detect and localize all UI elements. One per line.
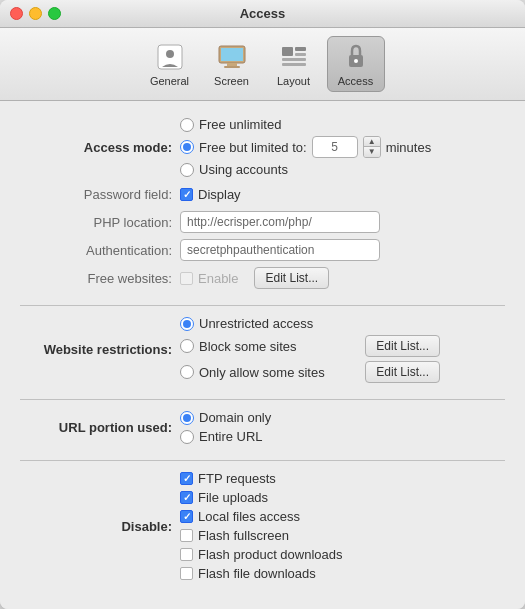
radio-block-some-label: Block some sites (199, 339, 297, 354)
php-location-label: PHP location: (20, 215, 180, 230)
svg-rect-7 (295, 47, 306, 51)
radio-free-limited[interactable] (180, 140, 194, 154)
url-portion-label: URL portion used: (20, 420, 180, 435)
password-field-content: Display (180, 187, 505, 202)
radio-using-accounts[interactable] (180, 163, 194, 177)
radio-only-allow-label: Only allow some sites (199, 365, 325, 380)
title-bar: Access (0, 0, 525, 28)
minutes-label: minutes (386, 140, 432, 155)
svg-rect-8 (295, 53, 306, 56)
minutes-stepper: ▲ ▼ (363, 136, 381, 158)
radio-domain-only[interactable] (180, 411, 194, 425)
radio-block-some[interactable] (180, 339, 194, 353)
authentication-label: Authentication: (20, 243, 180, 258)
password-checkbox-row: Display (180, 187, 241, 202)
toolbar: General Screen (0, 28, 525, 101)
toolbar-item-screen[interactable]: Screen (203, 36, 261, 92)
svg-rect-6 (282, 47, 293, 56)
free-websites-checkbox[interactable] (180, 272, 193, 285)
toolbar-item-layout[interactable]: Layout (265, 36, 323, 92)
disable-item-label: File uploads (198, 490, 268, 505)
minutes-input[interactable] (312, 136, 358, 158)
password-field-row: Password field: Display (20, 183, 505, 205)
divider-2 (20, 399, 505, 400)
disable-item-label: Flash product downloads (198, 547, 343, 562)
website-restrictions-row: Website restrictions: Unrestricted acces… (20, 316, 505, 383)
disable-item-checkbox[interactable] (180, 491, 193, 504)
disable-item-label: Flash fullscreen (198, 528, 289, 543)
minimize-button[interactable] (29, 7, 42, 20)
website-restrictions-content: Unrestricted access Block some sites Edi… (180, 316, 505, 383)
radio-row-free-unlimited: Free unlimited (180, 117, 431, 132)
disable-item-checkbox[interactable] (180, 510, 193, 523)
authentication-row: Authentication: (20, 239, 505, 261)
disable-item-checkbox[interactable] (180, 472, 193, 485)
window-controls (10, 7, 61, 20)
disable-item-row: FTP requests (180, 471, 343, 486)
radio-row-domain-only: Domain only (180, 410, 271, 425)
maximize-button[interactable] (48, 7, 61, 20)
content-area: Access mode: Free unlimited Free but lim… (0, 101, 525, 609)
free-websites-content: Enable Edit List... (180, 267, 505, 289)
close-button[interactable] (10, 7, 23, 20)
svg-rect-5 (224, 66, 240, 68)
disable-row: Disable: FTP requestsFile uploadsLocal f… (20, 471, 505, 581)
screen-icon (216, 41, 248, 73)
svg-rect-3 (221, 48, 243, 61)
radio-domain-only-label: Domain only (199, 410, 271, 425)
svg-rect-9 (282, 58, 306, 61)
block-some-edit-list-button[interactable]: Edit List... (365, 335, 440, 357)
disable-label: Disable: (20, 519, 180, 534)
toolbar-layout-label: Layout (277, 75, 310, 87)
radio-free-limited-label: Free but limited to: (199, 140, 307, 155)
free-websites-row: Free websites: Enable Edit List... (20, 267, 505, 289)
radio-using-accounts-label: Using accounts (199, 162, 288, 177)
disable-item-checkbox[interactable] (180, 529, 193, 542)
free-websites-edit-list-button[interactable]: Edit List... (254, 267, 329, 289)
disable-item-checkbox[interactable] (180, 548, 193, 561)
radio-free-unlimited-label: Free unlimited (199, 117, 281, 132)
radio-row-unrestricted: Unrestricted access (180, 316, 440, 331)
stepper-up[interactable]: ▲ (364, 137, 380, 147)
radio-free-unlimited[interactable] (180, 118, 194, 132)
layout-icon (278, 41, 310, 73)
stepper-down[interactable]: ▼ (364, 147, 380, 157)
website-restrictions-section: Website restrictions: Unrestricted acces… (20, 316, 505, 383)
website-restrictions-label: Website restrictions: (20, 342, 180, 357)
disable-section: Disable: FTP requestsFile uploadsLocal f… (20, 471, 505, 581)
window-title: Access (240, 6, 286, 21)
password-display-checkbox[interactable] (180, 188, 193, 201)
radio-entire-url-label: Entire URL (199, 429, 263, 444)
access-icon (340, 41, 372, 73)
disable-item-row: Flash product downloads (180, 547, 343, 562)
radio-entire-url[interactable] (180, 430, 194, 444)
access-mode-section: Access mode: Free unlimited Free but lim… (20, 117, 505, 289)
svg-point-1 (166, 50, 174, 58)
php-location-input[interactable] (180, 211, 380, 233)
authentication-input[interactable] (180, 239, 380, 261)
access-mode-radio-group: Free unlimited Free but limited to: ▲ ▼ … (180, 117, 431, 177)
url-portion-content: Domain only Entire URL (180, 410, 505, 444)
toolbar-item-general[interactable]: General (141, 36, 199, 92)
svg-rect-10 (282, 63, 306, 66)
radio-unrestricted[interactable] (180, 317, 194, 331)
disable-checkbox-group: FTP requestsFile uploadsLocal files acce… (180, 471, 343, 581)
disable-item-row: File uploads (180, 490, 343, 505)
divider-1 (20, 305, 505, 306)
disable-item-checkbox[interactable] (180, 567, 193, 580)
toolbar-access-label: Access (338, 75, 373, 87)
access-mode-content: Free unlimited Free but limited to: ▲ ▼ … (180, 117, 505, 177)
toolbar-screen-label: Screen (214, 75, 249, 87)
website-restrictions-radio-group: Unrestricted access Block some sites Edi… (180, 316, 440, 383)
radio-row-entire-url: Entire URL (180, 429, 271, 444)
only-allow-edit-list-button[interactable]: Edit List... (365, 361, 440, 383)
disable-content: FTP requestsFile uploadsLocal files acce… (180, 471, 505, 581)
free-websites-enable-label: Enable (198, 271, 238, 286)
php-location-row: PHP location: (20, 211, 505, 233)
radio-only-allow[interactable] (180, 365, 194, 379)
password-display-label: Display (198, 187, 241, 202)
disable-item-label: Flash file downloads (198, 566, 316, 581)
toolbar-item-access[interactable]: Access (327, 36, 385, 92)
radio-row-only-allow: Only allow some sites Edit List... (180, 361, 440, 383)
url-portion-radio-group: Domain only Entire URL (180, 410, 271, 444)
